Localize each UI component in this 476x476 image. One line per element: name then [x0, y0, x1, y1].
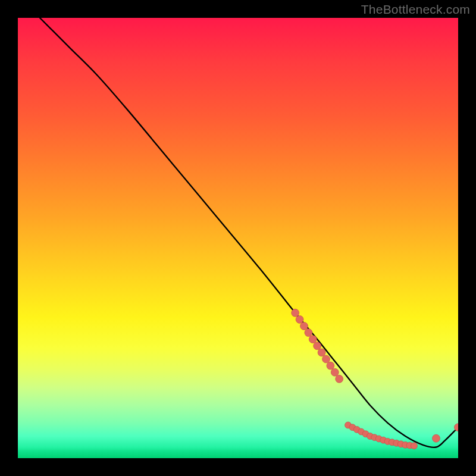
watermark-text: TheBottleneck.com: [361, 2, 470, 17]
marker-group: [292, 309, 458, 449]
plot-area: [18, 18, 458, 458]
data-marker: [314, 342, 321, 350]
data-marker: [296, 315, 303, 323]
data-marker: [300, 322, 308, 330]
data-marker: [411, 443, 418, 449]
bottleneck-curve-path: [40, 18, 458, 447]
data-marker: [305, 329, 312, 337]
data-marker: [336, 375, 343, 383]
data-marker: [331, 368, 339, 376]
data-marker: [322, 355, 330, 363]
data-marker: [309, 336, 317, 343]
chart-svg: [18, 18, 458, 458]
data-marker: [433, 434, 440, 442]
data-marker: [327, 362, 334, 369]
chart-frame: TheBottleneck.com: [0, 0, 476, 476]
data-marker: [292, 309, 299, 317]
data-marker: [318, 349, 325, 356]
